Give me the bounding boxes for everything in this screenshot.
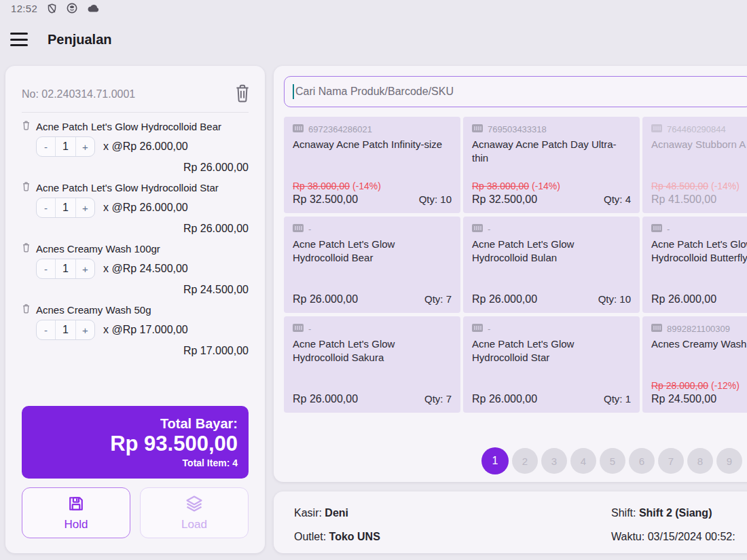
text-cursor <box>293 84 294 99</box>
cart-panel: No: 02.240314.71.0001 <box>5 66 265 553</box>
total-items: Total Item: 4 <box>183 458 238 468</box>
product-price: Rp 26.000,00 <box>472 393 537 405</box>
product-name: Acne Patch Let's Glow Hydrocolloid Butte… <box>651 238 747 265</box>
barcode-icon <box>472 224 483 234</box>
product-barcode: - <box>667 224 670 234</box>
page-button[interactable]: 7 <box>658 448 684 474</box>
plus-button[interactable]: + <box>76 198 94 217</box>
load-button[interactable]: Load <box>140 487 249 538</box>
product-price: Rp 26.000,00 <box>293 293 358 305</box>
load-label: Load <box>181 518 207 531</box>
app-bar: Penjualan <box>0 23 747 56</box>
barcode-icon <box>651 224 662 234</box>
line-total: Rp 26.000,00 <box>22 162 249 174</box>
quantity-value: 1 <box>55 198 76 217</box>
product-card[interactable]: 769503433318 Acnaway Acne Patch Day Ultr… <box>463 117 640 213</box>
product-name: Acnaway Acne Patch Infinity-size <box>293 138 452 151</box>
page-button[interactable]: 2 <box>512 448 538 474</box>
original-price: Rp 38.000,00 <box>472 181 529 191</box>
product-name: Acnaway Stubborn A <box>651 138 747 151</box>
cart-item-list: Acne Patch Let's Glow Hydrocolloid Bear … <box>22 120 249 365</box>
product-barcode: 764460290844 <box>667 124 726 134</box>
product-barcode: - <box>488 224 490 234</box>
product-price: Rp 32.500,00 <box>472 193 537 206</box>
trash-icon[interactable] <box>22 120 31 133</box>
plus-button[interactable]: + <box>76 320 94 339</box>
page-button[interactable]: 8 <box>687 448 713 474</box>
product-qty: Qty: 7 <box>424 293 452 305</box>
product-name: Acnaway Acne Patch Day Ultra-thin <box>472 138 631 166</box>
product-card[interactable]: 764460290844 Acnaway Stubborn A Rp 48.50… <box>642 117 747 213</box>
page-button[interactable]: 6 <box>629 448 655 474</box>
discount-row: Rp 28.000,00 (-12%) <box>651 380 747 393</box>
product-card[interactable]: - Acne Patch Let's Glow Hydrocolloid Bul… <box>463 217 640 313</box>
product-card[interactable]: - Acne Patch Let's Glow Hydrocolloid Bea… <box>284 217 460 313</box>
product-price: Rp 26.000,00 <box>651 293 716 305</box>
cashier-info: Kasir: Deni <box>294 507 348 519</box>
status-bar: 12:52 <box>0 0 747 16</box>
barcode-icon <box>651 124 662 134</box>
clear-cart-button[interactable] <box>234 83 251 105</box>
product-price: Rp 24.500,00 <box>651 393 716 405</box>
product-card[interactable]: 8992821100309 Acnes Creamy Wash Rp 28.00… <box>642 316 747 413</box>
session-info-panel: Kasir: Deni Outlet: Toko UNS Shift: Shif… <box>274 491 747 553</box>
line-total: Rp 17.000,00 <box>22 345 249 357</box>
trash-icon[interactable] <box>22 181 31 194</box>
product-qty: Qty: 10 <box>419 193 452 205</box>
line-total: Rp 24.500,00 <box>22 284 249 296</box>
trash-icon <box>234 94 251 105</box>
product-barcode: - <box>488 324 490 334</box>
clock: 12:52 <box>11 3 37 14</box>
page-button[interactable]: 3 <box>541 448 567 474</box>
product-name: Acne Patch Let's Glow Hydrocolloid Bulan <box>472 238 631 265</box>
discount-percent: (-14%) <box>708 181 740 191</box>
page-button[interactable]: 9 <box>716 448 742 474</box>
cart-item: Acne Patch Let's Glow Hydrocolloid Bear … <box>22 120 249 181</box>
discount-percent: (-14%) <box>350 181 381 191</box>
barcode-icon <box>651 324 662 334</box>
quantity-value: 1 <box>55 320 76 339</box>
trash-icon[interactable] <box>22 303 31 316</box>
product-card[interactable]: - Acne Patch Let's Glow Hydrocolloid Sak… <box>284 316 460 413</box>
cart-item: Acne Patch Let's Glow Hydrocolloid Star … <box>22 181 249 242</box>
plus-button[interactable]: + <box>76 259 94 278</box>
search-input[interactable] <box>284 76 747 107</box>
transaction-number: No: 02.240314.71.0001 <box>22 88 135 100</box>
discount-percent: (-14%) <box>529 181 560 191</box>
product-barcode: - <box>308 324 311 334</box>
product-price: Rp 32.500,00 <box>293 193 358 206</box>
discount-row: Rp 38.000,00 (-14%) <box>293 181 452 193</box>
product-price: Rp 26.000,00 <box>293 393 358 405</box>
total-amount: Rp 93.500,00 <box>110 432 238 456</box>
plus-button[interactable]: + <box>76 137 94 156</box>
trash-icon[interactable] <box>22 242 31 255</box>
unit-price: x @Rp 26.000,00 <box>103 141 188 153</box>
product-qty: Qty: 4 <box>604 193 631 205</box>
page-button[interactable]: 4 <box>570 448 596 474</box>
product-card[interactable]: 6972364286021 Acnaway Acne Patch Infinit… <box>284 117 460 213</box>
outlet-info: Outlet: Toko UNS <box>294 531 380 543</box>
minus-button[interactable]: - <box>37 198 55 217</box>
quantity-value: 1 <box>55 137 76 156</box>
quantity-stepper: - 1 + <box>36 136 95 157</box>
face-icon <box>67 3 77 14</box>
product-card[interactable]: - Acne Patch Let's Glow Hydrocolloid But… <box>642 217 747 313</box>
layers-icon <box>185 494 204 516</box>
page-title: Penjualan <box>48 32 111 48</box>
product-card[interactable]: - Acne Patch Let's Glow Hydrocolloid Sta… <box>463 316 640 413</box>
unit-price: x @Rp 26.000,00 <box>103 202 188 214</box>
unit-price: x @Rp 24.500,00 <box>103 263 188 275</box>
hold-button[interactable]: Hold <box>22 487 130 538</box>
quantity-stepper: - 1 + <box>36 320 95 340</box>
total-label: Total Bayar: <box>160 416 238 432</box>
original-price: Rp 38.000,00 <box>293 181 350 191</box>
minus-button[interactable]: - <box>37 259 55 278</box>
hold-label: Hold <box>65 518 88 531</box>
menu-icon[interactable] <box>10 33 28 46</box>
page-button[interactable]: 5 <box>600 448 625 474</box>
minus-button[interactable]: - <box>37 320 55 339</box>
minus-button[interactable]: - <box>37 137 55 156</box>
product-barcode: - <box>308 224 311 234</box>
page-button[interactable]: 1 <box>481 447 509 474</box>
quantity-stepper: - 1 + <box>36 259 95 279</box>
